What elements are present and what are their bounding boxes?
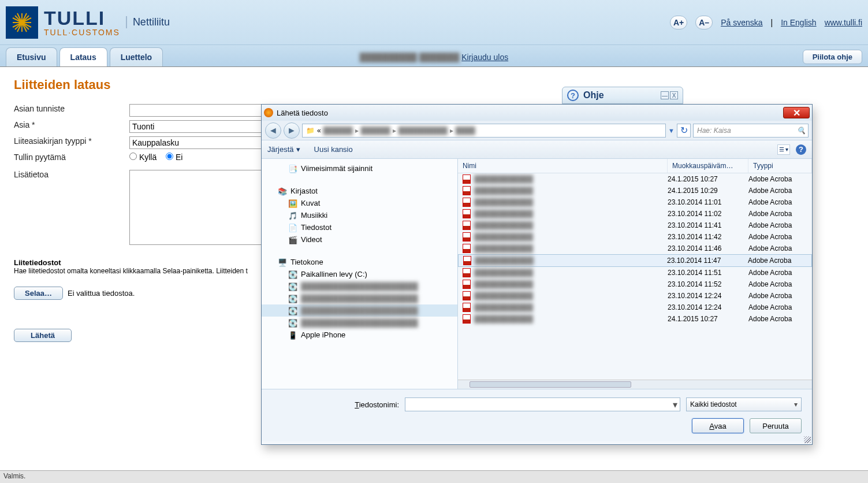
label-asian-tunniste: Asian tunniste: [14, 104, 129, 117]
file-row[interactable]: ████████████23.10.2014 11:52Adobe Acroba: [458, 278, 812, 290]
search-icon: 🔍: [797, 127, 806, 135]
file-row[interactable]: ████████████23.10.2014 11:42Adobe Acroba: [458, 231, 812, 243]
header: TULLI TULL·CUSTOMS Nettiliitu A+ A– På s…: [0, 0, 868, 45]
pdf-icon: [463, 186, 471, 195]
tree-drive-3[interactable]: 💽██████████████████████: [262, 304, 457, 317]
no-file-text: Ei valittua tiedostoa.: [68, 289, 135, 298]
horizontal-scrollbar[interactable]: [458, 380, 812, 389]
tab-etusivu[interactable]: Etusivu: [6, 47, 57, 66]
logo-sub: TULL·CUSTOMS: [44, 28, 120, 37]
input-asian-tunniste[interactable]: [129, 104, 262, 117]
logo-text: TULLI TULL·CUSTOMS: [44, 8, 120, 37]
organize-menu[interactable]: Järjestä ▾: [267, 145, 300, 154]
firefox-icon: [264, 108, 273, 117]
pdf-icon: [463, 198, 471, 207]
file-row[interactable]: ████████████23.10.2014 11:41Adobe Acroba: [458, 220, 812, 231]
tree-libraries[interactable]: 📚Kirjastot: [262, 185, 457, 197]
pdf-icon: [463, 268, 471, 277]
filetype-select[interactable]: Kaikki tiedostot▾: [686, 397, 802, 411]
tree-computer[interactable]: 🖥️Tietokone: [262, 256, 457, 268]
dialog-toolbar: Järjestä ▾ Uusi kansio ☰ ▾ ?: [262, 140, 812, 159]
refresh-button[interactable]: ↻: [677, 124, 691, 138]
resize-handle[interactable]: [804, 436, 811, 443]
zoom-out-button[interactable]: A–: [695, 16, 713, 29]
list-header: Nimi Muokkauspäiväm… Tyyppi: [458, 159, 812, 173]
file-dialog: Lähetä tiedosto ✕ ◄ ► 📁 « ██████▸ ██████…: [261, 104, 813, 445]
status-bar: Valmis.: [0, 470, 868, 483]
file-row[interactable]: ████████████23.10.2014 11:47Adobe Acroba: [458, 254, 812, 267]
browse-button[interactable]: Selaa…: [14, 287, 63, 300]
file-row[interactable]: ████████████23.10.2014 12:24Adobe Acroba: [458, 302, 812, 313]
hide-help-button[interactable]: Piilota ohje: [803, 50, 862, 64]
col-date[interactable]: Muokkauspäiväm…: [668, 159, 748, 173]
file-row[interactable]: ████████████23.10.2014 11:51Adobe Acroba: [458, 267, 812, 278]
col-name[interactable]: Nimi: [458, 159, 668, 173]
pdf-icon: [463, 244, 471, 253]
dialog-nav: ◄ ► 📁 « ██████▸ ██████▸ ██████████▸ ████…: [262, 121, 812, 140]
help-minimize-icon[interactable]: —: [661, 91, 669, 99]
open-button[interactable]: Avaa: [692, 418, 744, 433]
filename-input[interactable]: ▾: [405, 397, 680, 411]
radio-kylla[interactable]: [129, 153, 137, 160]
dialog-help-icon[interactable]: ?: [796, 144, 806, 155]
tree-music[interactable]: 🎵Musiikki: [262, 209, 457, 221]
file-row[interactable]: ████████████24.1.2015 10:29Adobe Acroba: [458, 185, 812, 196]
file-row[interactable]: ████████████23.10.2014 11:46Adobe Acroba: [458, 243, 812, 254]
tree-recent[interactable]: 📑Viimeisimmät sijainnit: [262, 162, 457, 174]
help-close-icon[interactable]: X: [670, 91, 678, 99]
path-breadcrumb[interactable]: 📁 « ██████▸ ██████▸ ██████████▸ ████: [302, 124, 666, 138]
tab-luettelo[interactable]: Luettelo: [110, 47, 163, 66]
file-row[interactable]: ████████████24.1.2015 10:27Adobe Acroba: [458, 173, 812, 185]
tulli-site-link[interactable]: www.tulli.fi: [825, 18, 862, 27]
send-button[interactable]: Lähetä: [14, 329, 72, 342]
tree-local-disk[interactable]: 💽Paikallinen levy (C:): [262, 268, 457, 280]
tree-drive-4[interactable]: 💽██████████████████████: [262, 317, 457, 329]
cancel-button[interactable]: Peruuta: [750, 418, 802, 433]
file-row[interactable]: ████████████23.10.2014 11:01Adobe Acroba: [458, 196, 812, 208]
input-asia[interactable]: [129, 120, 262, 133]
tree-iphone[interactable]: 📱Apple iPhone: [262, 329, 457, 341]
label-pyytama: Tullin pyytämä: [14, 153, 129, 162]
pdf-icon: [463, 256, 471, 265]
tree-documents[interactable]: 📄Tiedostot: [262, 221, 457, 233]
tab-row: Etusivu Lataus Luettelo ██████████ █████…: [0, 45, 868, 67]
help-title: Ohje: [583, 90, 661, 101]
label-asia: Asia *: [14, 120, 129, 133]
label-lisatietoa: Lisätietoa: [14, 170, 129, 247]
zoom-in-button[interactable]: A+: [670, 16, 687, 29]
tree-drive-1[interactable]: 💽██████████████████████: [262, 280, 457, 292]
lang-english-link[interactable]: In English: [781, 18, 816, 27]
view-options-button[interactable]: ☰ ▾: [777, 144, 790, 155]
pdf-icon: [463, 303, 471, 312]
search-input[interactable]: Hae: Kaisa 🔍: [693, 124, 809, 138]
file-list: Nimi Muokkauspäiväm… Tyyppi ████████████…: [458, 159, 812, 389]
tree-pictures[interactable]: 🖼️Kuvat: [262, 197, 457, 209]
tree-videos[interactable]: 🎬Videot: [262, 233, 457, 246]
pdf-icon: [463, 314, 471, 324]
site-title: Nettiliitu: [126, 16, 170, 28]
user-info: ██████████ ███████ Kirjaudu ulos: [360, 53, 508, 62]
help-panel: ? Ohje — X: [562, 87, 683, 104]
file-row[interactable]: ████████████23.10.2014 11:02Adobe Acroba: [458, 208, 812, 220]
pdf-icon: [463, 280, 471, 289]
logo-main: TULLI: [44, 8, 120, 28]
dialog-titlebar: Lähetä tiedosto ✕: [262, 105, 812, 121]
nav-forward-button[interactable]: ►: [284, 122, 300, 139]
input-tyyppi[interactable]: [129, 136, 262, 149]
pdf-icon: [463, 209, 471, 218]
dialog-close-button[interactable]: ✕: [783, 107, 810, 118]
folder-tree: 📑Viimeisimmät sijainnit 📚Kirjastot 🖼️Kuv…: [262, 159, 458, 389]
nav-back-button[interactable]: ◄: [265, 122, 281, 139]
tree-drive-2[interactable]: 💽██████████████████████: [262, 292, 457, 304]
new-folder-button[interactable]: Uusi kansio: [314, 145, 353, 154]
tab-lataus[interactable]: Lataus: [59, 47, 107, 66]
page-title: Liitteiden lataus: [14, 77, 854, 92]
filename-dropdown-icon[interactable]: ▾: [673, 399, 677, 410]
pdf-icon: [463, 174, 471, 184]
lang-svenska-link[interactable]: På svenska: [721, 18, 762, 27]
logout-link[interactable]: Kirjaudu ulos: [461, 53, 508, 62]
radio-ei[interactable]: [166, 153, 173, 160]
col-type[interactable]: Tyyppi: [748, 159, 812, 173]
file-row[interactable]: ████████████24.1.2015 10:27Adobe Acroba: [458, 313, 812, 325]
file-row[interactable]: ████████████23.10.2014 12:24Adobe Acroba: [458, 290, 812, 302]
